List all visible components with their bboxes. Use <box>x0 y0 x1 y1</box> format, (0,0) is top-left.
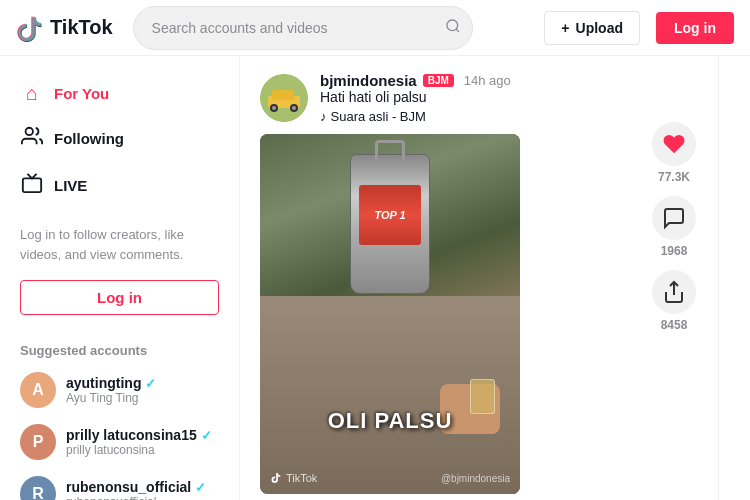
post-actions: 77.3K 1968 <box>650 72 698 494</box>
verified-badge-ruben: ✓ <box>195 480 206 495</box>
logo[interactable]: TikTok <box>16 14 113 42</box>
login-prompt-text: Log in to follow creators, like videos, … <box>20 225 219 264</box>
acc-username-ayutingting: ayutingting ✓ <box>66 375 156 391</box>
sidebar-login-button[interactable]: Log in <box>20 280 219 315</box>
suggested-account-ruben[interactable]: R rubenonsu_official ✓ rubenonsuofficial <box>8 468 231 500</box>
acc-username-prilly: prilly latuconsina15 ✓ <box>66 427 212 443</box>
video-player[interactable]: TOP 1 OLI PALSU <box>260 134 520 494</box>
like-action[interactable]: 77.3K <box>652 122 696 184</box>
tiktok-watermark-icon <box>270 472 282 484</box>
people-icon <box>21 125 43 147</box>
svg-rect-2 <box>23 178 41 192</box>
share-icon <box>662 280 686 304</box>
nav-following-label: Following <box>54 130 124 147</box>
header-login-button[interactable]: Log in <box>656 12 734 44</box>
sidebar-item-live[interactable]: LIVE <box>8 162 231 209</box>
sidebar-item-following[interactable]: Following <box>8 115 231 162</box>
video-account-tag: @bjmindonesia <box>441 473 510 484</box>
nav-live-label: LIVE <box>54 177 87 194</box>
sidebar: ⌂ For You Following LIVE <box>0 56 240 500</box>
sidebar-nav: ⌂ For You Following LIVE <box>8 72 231 209</box>
svg-point-1 <box>26 128 33 135</box>
heart-icon <box>662 132 686 156</box>
search-icon <box>445 18 461 34</box>
svg-rect-5 <box>272 90 294 100</box>
acc-handle-prilly: prilly latuconsina <box>66 443 212 457</box>
video-watermark: TikTok <box>270 472 317 484</box>
comment-button[interactable] <box>652 196 696 240</box>
nav-for-you-label: For You <box>54 85 109 102</box>
svg-point-7 <box>272 106 276 110</box>
post-username: bjmindonesia BJM 14h ago <box>320 72 634 89</box>
post-avatar-image <box>260 74 308 122</box>
share-action[interactable]: 8458 <box>652 270 696 332</box>
suggested-account-ayutingting[interactable]: A ayutingting ✓ Ayu Ting Ting <box>8 364 231 416</box>
comment-action[interactable]: 1968 <box>652 196 696 258</box>
search-input[interactable] <box>133 6 473 50</box>
header: TikTok + Upload Log in <box>0 0 750 56</box>
search-bar <box>133 6 473 50</box>
like-count: 77.3K <box>658 170 690 184</box>
verified-badge-prilly: ✓ <box>201 428 212 443</box>
post-header: bjmindonesia BJM 14h ago Hati hati oli p… <box>260 72 634 124</box>
video-text-overlay: OLI PALSU <box>260 408 520 434</box>
acc-handle-ayutingting: Ayu Ting Ting <box>66 391 156 405</box>
logo-text: TikTok <box>50 16 113 39</box>
avatar-ruben: R <box>20 476 56 500</box>
acc-username-ruben: rubenonsu_official ✓ <box>66 479 206 495</box>
upload-plus-icon: + <box>561 20 569 36</box>
main-layout: ⌂ For You Following LIVE <box>0 56 750 500</box>
svg-point-9 <box>292 106 296 110</box>
post-avatar[interactable] <box>260 74 308 122</box>
share-button[interactable] <box>652 270 696 314</box>
post-sound: ♪ Suara asli - BJM <box>320 109 634 124</box>
svg-point-0 <box>447 20 458 31</box>
main-content: bjmindonesia BJM 14h ago Hati hati oli p… <box>240 56 718 500</box>
live-icon <box>20 172 44 199</box>
live-tv-icon <box>21 172 43 194</box>
verified-badge-ayutingting: ✓ <box>145 376 156 391</box>
post-time: 14h ago <box>464 73 511 88</box>
suggested-account-prilly[interactable]: P prilly latuconsina15 ✓ prilly latucons… <box>8 416 231 468</box>
right-panel <box>718 56 750 500</box>
comment-count: 1968 <box>661 244 688 258</box>
post-description: Hati hati oli palsu <box>320 89 634 105</box>
tiktok-logo-icon <box>16 14 44 42</box>
suggested-accounts-title: Suggested accounts <box>8 335 231 364</box>
home-icon: ⌂ <box>20 82 44 105</box>
can-label: TOP 1 <box>359 185 421 245</box>
video-background: TOP 1 <box>260 134 520 494</box>
sidebar-item-for-you[interactable]: ⌂ For You <box>8 72 231 115</box>
post-badge: BJM <box>423 74 454 87</box>
header-actions: + Upload Log in <box>544 11 734 45</box>
post-item: bjmindonesia BJM 14h ago Hati hati oli p… <box>260 72 698 494</box>
search-button[interactable] <box>445 18 461 38</box>
comment-icon <box>662 206 686 230</box>
upload-button[interactable]: + Upload <box>544 11 640 45</box>
upload-label: Upload <box>576 20 623 36</box>
oil-can: TOP 1 <box>350 154 430 294</box>
share-count: 8458 <box>661 318 688 332</box>
like-button[interactable] <box>652 122 696 166</box>
acc-handle-ruben: rubenonsuofficial <box>66 495 206 500</box>
following-icon <box>20 125 44 152</box>
avatar-prilly: P <box>20 424 56 460</box>
music-note-icon: ♪ <box>320 109 327 124</box>
can-handle <box>375 140 405 160</box>
avatar-ayutingting: A <box>20 372 56 408</box>
